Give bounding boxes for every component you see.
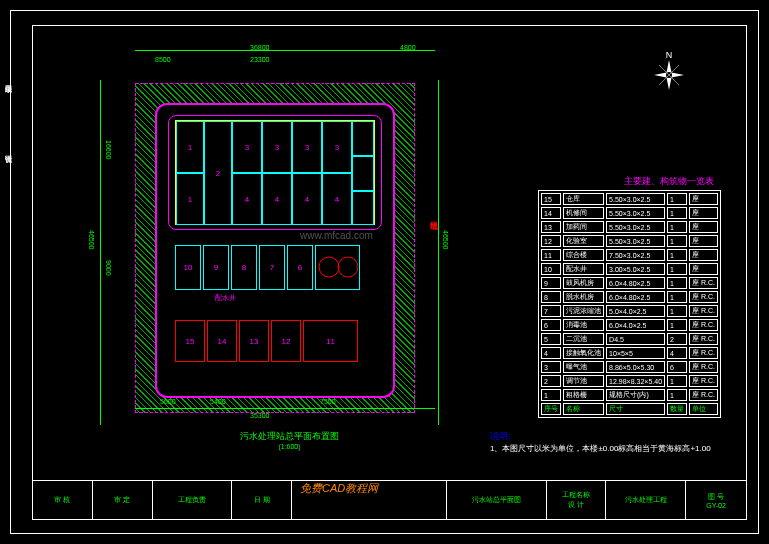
table-cell: 12.98×8.32×5.40 [606,375,665,387]
table-cell: 综合楼 [563,249,604,261]
note-title: 说明: [490,430,711,443]
table-cell: 1 [667,249,687,261]
table-cell: 加药间 [563,221,604,233]
table-header-cell: 序号 [541,403,561,415]
svg-point-2 [338,257,358,277]
block-8: 8 [231,245,257,290]
table-cell: 14 [541,207,561,219]
table-cell: 粗格栅 [563,389,604,401]
table-row: 1粗格栅规格尺寸(内)1座 R.C. [541,389,718,401]
tb-no: GY-02 [706,502,726,509]
table-row: 6消毒池6.0×4.0×2.51座 R.C. [541,319,718,331]
table-cell: 仓库 [563,193,604,205]
notes: 说明: 1、本图尺寸以米为单位，本楼±0.00标高相当于黄海标高+1.00 [490,430,711,454]
table-cell: 座 R.C. [689,277,718,289]
block-9: 9 [203,245,229,290]
table-row: 10配水井3.00×5.0×2.51座 [541,263,718,275]
table-cell: 6.0×4.80×2.5 [606,291,665,303]
table-cell: 2 [667,333,687,345]
block-6: 6 [287,245,313,290]
block-side-1 [352,121,374,156]
table-row: 8脱水机房6.0×4.80×2.51座 R.C. [541,291,718,303]
table-cell: 7 [541,305,561,317]
table-cell: 1 [667,277,687,289]
block-4b: 4 [262,173,292,225]
table-cell: 座 R.C. [689,361,718,373]
table-header-cell: 单位 [689,403,718,415]
table-cell: 座 [689,207,718,219]
block-3b: 3 [262,121,292,173]
figure-title-text: 污水处理站总平面布置图 [240,430,339,443]
table-cell: 消毒池 [563,319,604,331]
table-header-cell: 尺寸 [606,403,665,415]
table-cell: 座 R.C. [689,375,718,387]
table-cell: 接触氧化池 [563,347,604,359]
table-cell: 调节池 [563,375,604,387]
site-plan: 1 1 2 3 3 3 3 4 4 4 4 10 9 8 7 6 配水井 15 … [120,65,430,425]
note-line-1: 1、本图尺寸以米为单位，本楼±0.00标高相当于黄海标高+1.00 [490,443,711,454]
title-block: 审 核 审 定 工程负责 日 期 污水站总平面图 工程名称 设 计 污水处理工程… [32,480,747,520]
table-cell: 脱水机房 [563,291,604,303]
block-7: 7 [259,245,285,290]
watermark: www.mfcad.com [300,230,373,241]
table-cell: 5 [541,333,561,345]
building-group-3: 15 14 13 12 11 [175,320,375,370]
table-cell: 1 [667,375,687,387]
table-cell: 15 [541,193,561,205]
table-cell: 2 [541,375,561,387]
table-cell: 5.50×3.0×2.5 [606,207,665,219]
dim-l4: 16600 [105,140,112,159]
table-cell: 5.50×3.0×2.5 [606,235,665,247]
block-4c: 4 [292,173,322,225]
table-cell: 6 [541,319,561,331]
table-cell: 1 [667,305,687,317]
figure-scale: (1:600) [240,443,339,450]
table-cell: 1 [667,207,687,219]
table-cell: 10×5×5 [606,347,665,359]
table-title: 主要建、构筑物一览表 [624,175,714,188]
table-row: 5二沉池D4.52座 R.C. [541,333,718,345]
table-row: 4接触氧化池10×5×54座 R.C. [541,347,718,359]
tb-proj-lbl: 工程名称 [562,490,590,500]
table-cell: 8 [541,291,561,303]
table-cell: 5.50×3.0×2.5 [606,221,665,233]
block-5-tanks [315,245,360,290]
table-cell: 座 [689,263,718,275]
block-side-3 [352,191,374,225]
tb-date: 日 期 [232,481,292,519]
table-cell: 鼓风机房 [563,277,604,289]
table-cell: 5.50×3.0×2.5 [606,193,665,205]
dim-b1: 5600 [160,398,176,405]
tb-proj: 污水处理工程 [625,495,667,505]
tb-designer: 审 核 [33,481,93,519]
table-cell: 3 [541,361,561,373]
block-1a: 1 [176,121,204,173]
north-compass: N [644,50,694,100]
table-header-row: 序号名称尺寸数量单位 [541,403,718,415]
table-cell: 规格尺寸(内) [606,389,665,401]
dim-t4: 23300 [250,56,269,63]
block-11: 11 [303,320,358,362]
tb-checker: 审 定 [93,481,153,519]
table-cell: 座 [689,221,718,233]
dim-right-total: 46500 [442,230,449,249]
tb-logo-area [292,481,447,519]
figure-title: 污水处理站总平面布置图 (1:600) [240,430,339,450]
table-row: 2调节池12.98×8.32×5.401座 R.C. [541,375,718,387]
table-cell: 11 [541,249,561,261]
block-4d: 4 [322,173,352,225]
table-cell: 6.0×4.80×2.5 [606,277,665,289]
block-14: 14 [207,320,237,362]
table-row: 11综合楼7.50×3.0×2.51座 [541,249,718,261]
tb-engineer: 工程负责 [153,481,233,519]
svg-point-1 [319,257,339,277]
block-3c: 3 [292,121,322,173]
table-cell: 1 [667,263,687,275]
block-12: 12 [271,320,301,362]
block-1b: 1 [176,173,204,225]
building-group-1: 1 1 2 3 3 3 3 4 4 4 4 [175,120,375,225]
table-cell: 7.50×3.0×2.5 [606,249,665,261]
table-cell: 3.00×5.0×2.5 [606,263,665,275]
tb-no-lbl: 图 号 [708,492,724,502]
table-cell: 座 R.C. [689,347,718,359]
